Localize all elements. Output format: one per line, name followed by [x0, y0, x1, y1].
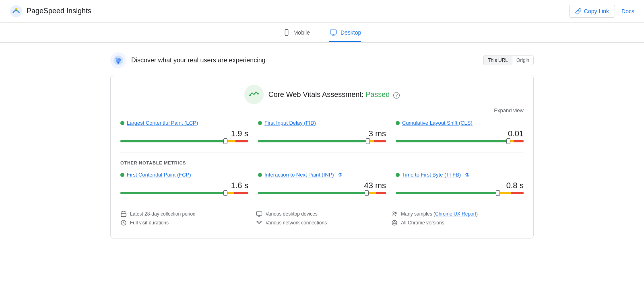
metric-value-lcp: 1.9 s — [120, 129, 248, 138]
metric-fid: First Input Delay (FID) 3 ms — [258, 120, 386, 144]
metric-bar-track-lcp — [120, 140, 248, 142]
docs-link[interactable]: Docs — [621, 8, 634, 14]
expand-view[interactable]: Expand view — [120, 107, 524, 113]
metric-label-inp: Interaction to Next Paint (INP)⚗ — [258, 172, 386, 178]
bar-red-fcp — [234, 192, 248, 194]
metric-value-cls: 0.01 — [396, 129, 524, 138]
info-col-3: Many samples (Chrome UX Report) All Chro… — [391, 211, 524, 228]
svg-point-24 — [393, 212, 394, 214]
metric-bar-fcp — [120, 192, 248, 194]
tab-mobile[interactable]: Mobile — [283, 29, 310, 42]
calendar-icon — [120, 211, 127, 217]
tab-desktop[interactable]: Desktop — [329, 29, 361, 42]
svg-point-11 — [119, 59, 121, 60]
desktop-tab-icon — [329, 29, 337, 36]
metric-bar-fid — [258, 140, 386, 142]
desktop-tab-label: Desktop — [341, 29, 361, 36]
metric-bar-track-fcp — [120, 192, 248, 194]
discover-title-row: Discover what your real users are experi… — [110, 52, 265, 68]
metric-link-fid[interactable]: First Input Delay (FID) — [264, 120, 316, 126]
metric-dot-ttfb — [396, 173, 400, 177]
info-collection-period: Latest 28-day collection period — [120, 211, 253, 217]
svg-point-10 — [116, 58, 118, 60]
cwv-header: Core Web Vitals Assessment: Passed ? — [120, 85, 524, 104]
experimental-icon: ⚗ — [465, 172, 469, 178]
metric-inp: Interaction to Next Paint (INP)⚗ 43 ms — [258, 172, 386, 196]
bar-green-lcp — [120, 140, 225, 142]
url-origin-toggle: This URL Origin — [483, 55, 534, 65]
mobile-tab-label: Mobile — [293, 29, 310, 36]
bar-indicator-cls — [506, 138, 510, 144]
bar-green-inp — [258, 192, 367, 194]
metric-label-lcp: Largest Contentful Paint (LCP) — [120, 120, 248, 126]
experimental-icon: ⚗ — [338, 172, 343, 178]
app-name: PageSpeed Insights — [27, 7, 91, 15]
bar-indicator-ttfb — [496, 190, 500, 196]
info-samples: Many samples (Chrome UX Report) — [391, 211, 524, 217]
metric-bar-ttfb — [396, 192, 524, 194]
cwv-title: Core Web Vitals Assessment: Passed ? — [268, 90, 400, 99]
discover-icon — [110, 52, 126, 68]
svg-point-0 — [10, 5, 22, 17]
link-icon — [575, 8, 582, 14]
metric-value-inp: 43 ms — [258, 181, 386, 190]
metrics-divider — [120, 152, 524, 152]
cwv-card: Core Web Vitals Assessment: Passed ? Exp… — [110, 75, 534, 238]
metric-dot-inp — [258, 173, 262, 177]
discover-section-header: Discover what your real users are experi… — [110, 52, 534, 68]
svg-rect-15 — [121, 212, 126, 217]
main-content: Discover what your real users are experi… — [101, 52, 543, 258]
cwv-icon — [244, 85, 264, 104]
copy-link-button[interactable]: Copy Link — [569, 5, 615, 18]
metric-link-fcp[interactable]: First Contentful Paint (FCP) — [127, 172, 191, 178]
bar-indicator-inp — [365, 190, 369, 196]
metric-value-fid: 3 ms — [258, 129, 386, 138]
metric-bar-track-cls — [396, 140, 524, 142]
header-actions: Copy Link Docs — [569, 5, 634, 18]
metric-bar-cls — [396, 140, 524, 142]
bar-red-inp — [376, 192, 386, 194]
bar-red-cls — [514, 140, 524, 142]
clock-icon — [120, 220, 127, 226]
info-footer: Latest 28-day collection period Full vis… — [120, 204, 524, 228]
bar-indicator-lcp — [223, 138, 227, 144]
metric-link-ttfb[interactable]: Time to First Byte (TTFB) — [402, 172, 461, 178]
bar-green-cls — [396, 140, 508, 142]
origin-button[interactable]: Origin — [512, 55, 534, 65]
svg-point-12 — [118, 62, 120, 64]
core-metrics-grid: Largest Contentful Paint (LCP) 1.9 s Fir… — [120, 120, 524, 144]
copy-link-label: Copy Link — [584, 8, 609, 14]
people-icon — [391, 211, 398, 217]
metric-bar-inp — [258, 192, 386, 194]
metric-link-cls[interactable]: Cumulative Layout Shift (CLS) — [402, 120, 473, 126]
pagespeed-logo-icon — [10, 5, 23, 18]
bar-red-ttfb — [511, 192, 524, 194]
mobile-icon — [283, 29, 290, 36]
info-chrome-versions: All Chrome versions — [391, 220, 524, 226]
metric-bar-lcp — [120, 140, 248, 142]
info-full-visit: Full visit durations — [120, 220, 253, 226]
info-col-1: Latest 28-day collection period Full vis… — [120, 211, 253, 228]
bar-red-lcp — [235, 140, 248, 142]
tab-bar: Mobile Desktop — [0, 23, 644, 43]
discover-title: Discover what your real users are experi… — [131, 57, 265, 64]
metric-dot-lcp — [120, 121, 124, 125]
app-header: PageSpeed Insights Copy Link Docs — [0, 0, 644, 23]
metric-link-lcp[interactable]: Largest Contentful Paint (LCP) — [127, 120, 198, 126]
info-desktop-devices: Various desktop devices — [256, 211, 388, 217]
metric-bar-track-ttfb — [396, 192, 524, 194]
metric-link-inp[interactable]: Interaction to Next Paint (INP) — [264, 172, 334, 178]
svg-point-13 — [249, 95, 251, 96]
metric-cls: Cumulative Layout Shift (CLS) 0.01 — [396, 120, 524, 144]
metric-label-fcp: First Contentful Paint (FCP) — [120, 172, 248, 178]
metric-dot-fid — [258, 121, 262, 125]
this-url-button[interactable]: This URL — [483, 55, 512, 65]
chrome-ux-link[interactable]: Chrome UX Report — [435, 211, 476, 217]
cwv-help-icon[interactable]: ? — [393, 92, 400, 99]
metric-dot-cls — [396, 121, 400, 125]
bar-indicator-fid — [366, 138, 370, 144]
svg-point-14 — [257, 93, 259, 95]
bar-green-ttfb — [396, 192, 498, 194]
info-col-2: Various desktop devices Various network … — [256, 211, 388, 228]
svg-rect-2 — [285, 30, 288, 36]
